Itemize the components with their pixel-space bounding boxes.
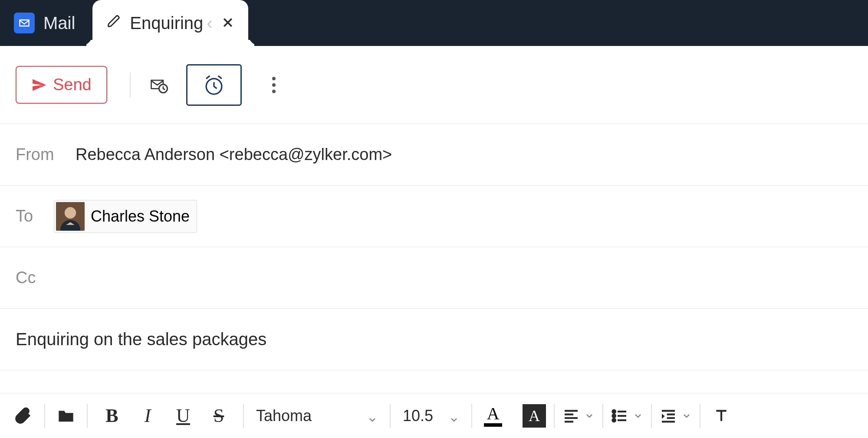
recipient-chip-name: Charles Stone [91,207,190,226]
chevron-down-icon [584,411,595,421]
svg-point-4 [272,83,276,87]
format-separator [471,404,472,428]
font-color-bar [484,423,502,427]
format-separator [602,404,603,428]
paperclip-icon [15,407,32,425]
chevron-down-icon [633,411,643,421]
font-color-letter: A [487,405,500,422]
tab-bar: Mail Enquiring ‹ [0,0,868,46]
cc-input[interactable] [54,268,852,287]
indent-dropdown[interactable] [660,407,692,425]
svg-point-11 [612,418,615,422]
compose-toolbar: Send [0,46,868,124]
from-value[interactable]: Rebecca Anderson <rebecca@zylker.com> [76,145,392,164]
highlight-color-letter: A [529,407,540,425]
send-icon [31,77,47,93]
tab-title-truncation: ‹ [207,13,212,33]
underline-button[interactable]: U [167,400,200,431]
bold-button[interactable]: B [95,400,128,431]
format-separator [651,404,652,428]
mail-app-icon [14,13,35,33]
alarm-clock-icon [203,74,225,96]
svg-point-5 [272,89,276,93]
svg-point-3 [272,77,276,80]
list-icon [611,407,628,425]
text-direction-icon [713,407,730,425]
cc-row[interactable]: Cc [0,247,868,309]
insert-image-button[interactable] [53,400,79,431]
align-icon [562,407,580,425]
close-icon[interactable] [221,13,234,33]
to-row[interactable]: To Charles Stone [0,186,868,247]
image-folder-icon [57,407,75,425]
reminder-button[interactable] [186,64,242,106]
more-options-button[interactable] [261,72,287,98]
list-dropdown[interactable] [611,407,643,425]
recipient-chip[interactable]: Charles Stone [54,200,197,233]
font-size-value: 10.5 [403,407,433,425]
format-separator [243,404,244,428]
font-family-value: Tahoma [256,407,312,425]
toolbar-separator [130,72,131,98]
from-row: From Rebecca Anderson <rebecca@zylker.co… [0,124,868,186]
to-input[interactable] [209,207,852,226]
italic-button[interactable]: I [131,400,164,431]
strikethrough-button[interactable]: S [202,400,235,431]
svg-point-9 [612,410,615,413]
chevron-down-icon [367,411,378,421]
format-separator [87,404,88,428]
text-direction-button[interactable] [708,400,734,431]
cc-label: Cc [16,268,42,287]
format-separator [554,404,555,428]
chevron-down-icon [681,411,692,421]
font-color-button[interactable]: A [480,405,506,427]
tab-compose-label: Enquiring [130,13,203,33]
svg-point-10 [612,414,615,417]
align-dropdown[interactable] [562,407,595,425]
tab-mail-label: Mail [43,13,75,33]
to-label: To [16,207,42,226]
send-later-icon [149,75,168,95]
tab-compose[interactable]: Enquiring ‹ [92,0,248,46]
indent-icon [660,407,677,425]
send-button[interactable]: Send [16,66,107,104]
format-separator [700,404,700,428]
font-family-dropdown[interactable]: Tahoma [252,407,382,425]
format-separator [390,404,391,428]
font-size-dropdown[interactable]: 10.5 [398,407,464,425]
subject-row[interactable] [0,309,868,370]
attachment-button[interactable] [10,400,36,431]
format-toolbar: B I U S Tahoma 10.5 A A [0,393,868,438]
pencil-icon [106,13,121,33]
kebab-icon [272,76,276,94]
from-label: From [16,145,63,164]
subject-input[interactable] [16,330,852,349]
highlight-color-button[interactable]: A [523,404,546,428]
avatar [56,202,85,231]
chevron-down-icon [449,411,459,421]
format-separator [44,404,45,428]
svg-point-8 [65,207,76,218]
send-button-label: Send [53,75,92,94]
send-later-button[interactable] [145,72,171,98]
